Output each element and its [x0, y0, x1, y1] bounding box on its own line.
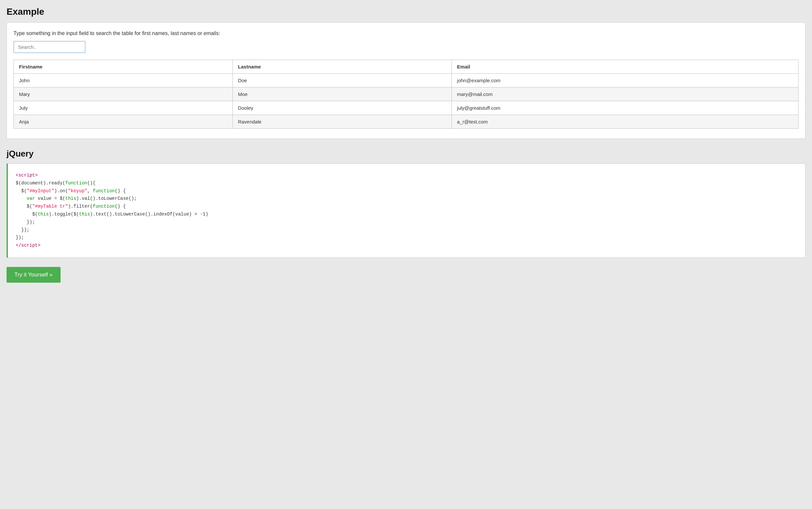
- table-row: MaryMoemary@mail.com: [14, 88, 799, 101]
- jquery-title: jQuery: [6, 149, 806, 159]
- table-header-row: Firstname Lastname Email: [14, 60, 799, 74]
- table-row: JulyDooleyjuly@greatstuff.com: [14, 101, 799, 115]
- col-header-lastname: Lastname: [233, 60, 452, 74]
- example-title: Example: [6, 6, 806, 17]
- example-box: Type something in the input field to sea…: [6, 22, 806, 139]
- table-cell: Dooley: [233, 101, 452, 115]
- table-cell: july@greatstuff.com: [452, 101, 798, 115]
- instruction-text: Type something in the input field to sea…: [13, 30, 799, 36]
- table-cell: a_r@test.com: [452, 115, 798, 129]
- col-header-email: Email: [452, 60, 798, 74]
- data-table: Firstname Lastname Email JohnDoejohn@exa…: [13, 60, 799, 129]
- search-input[interactable]: [13, 41, 85, 53]
- table-cell: Mary: [14, 88, 233, 101]
- table-cell: July: [14, 101, 233, 115]
- table-body: JohnDoejohn@example.comMaryMoemary@mail.…: [14, 74, 799, 129]
- table-cell: john@example.com: [452, 74, 798, 88]
- col-header-firstname: Firstname: [14, 60, 233, 74]
- table-cell: Anja: [14, 115, 233, 129]
- table-header: Firstname Lastname Email: [14, 60, 799, 74]
- code-block: <script> $(document).ready(function(){ $…: [6, 164, 806, 258]
- table-row: JohnDoejohn@example.com: [14, 74, 799, 88]
- table-cell: Moe: [233, 88, 452, 101]
- page-wrapper: Example Type something in the input fiel…: [0, 0, 812, 296]
- try-it-yourself-button[interactable]: Try it Yourself »: [6, 267, 61, 283]
- table-cell: mary@mail.com: [452, 88, 798, 101]
- table-cell: Doe: [233, 74, 452, 88]
- table-cell: Ravendale: [233, 115, 452, 129]
- table-row: AnjaRavendalea_r@test.com: [14, 115, 799, 129]
- table-cell: John: [14, 74, 233, 88]
